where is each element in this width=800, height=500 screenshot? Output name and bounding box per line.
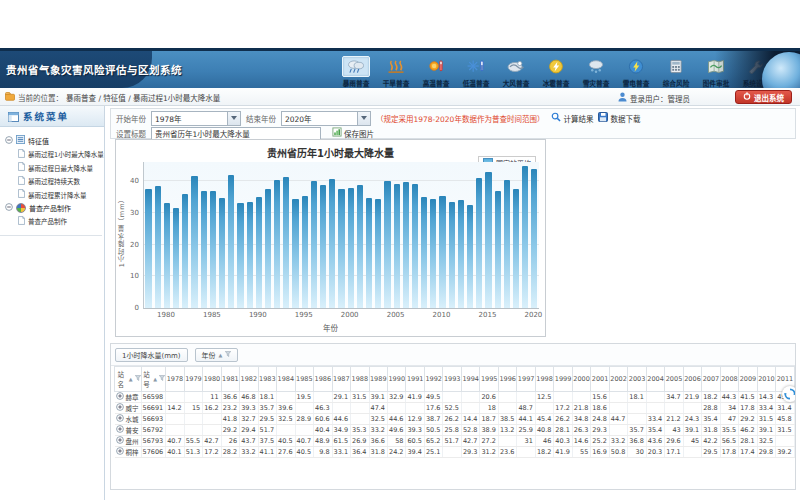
value-cell: 52.8 (461, 425, 479, 436)
station-column-header[interactable]: 站名▲ (115, 367, 142, 392)
expand-row-icon[interactable] (116, 425, 124, 435)
value-cell: 40.7 (295, 436, 313, 447)
nav-item-heat[interactable]: 高温普查 (416, 56, 456, 88)
value-cell: 26.9 (351, 436, 369, 447)
nav-item-label: 低温普查 (463, 78, 490, 88)
bar-1996 (311, 181, 317, 308)
save-image-button[interactable]: 保存图片 (332, 127, 374, 139)
bar-2017 (504, 180, 510, 308)
sidebar-item[interactable]: 普查产品制作 (18, 216, 102, 227)
value-cell (609, 392, 627, 403)
nav-item-rainstorm[interactable]: 暴雨普查 (336, 56, 376, 88)
sidebar-item[interactable]: 暴雨过程1小时最大降水量 (18, 149, 102, 160)
value-cell (461, 403, 479, 414)
plot-area (143, 162, 539, 309)
sidebar-group-1[interactable]: 普查产品制作 (5, 203, 102, 213)
value-cell: 35.7 (258, 403, 276, 414)
measure-chip[interactable]: 1小时降水量(mm) (115, 348, 188, 362)
bar-1994 (292, 199, 298, 308)
expand-row-icon[interactable] (116, 414, 124, 424)
location-folder-icon (5, 92, 15, 103)
sidebar-item[interactable]: 暴雨过程持续天数 (18, 176, 102, 187)
column-header-label: 站名 (115, 369, 127, 389)
nav-item-hail[interactable]: 冰雹普查 (536, 56, 576, 88)
start-year-select[interactable]: 1978年 (151, 111, 241, 126)
sidebar-title: 系统菜单 (23, 109, 69, 123)
chevron-down-icon (227, 112, 240, 125)
value-cell: 35.4 (702, 414, 720, 425)
value-cell: 47 (720, 414, 738, 425)
sidebar-divider (0, 235, 102, 236)
nav-item-risk[interactable]: 综合风险 (656, 56, 696, 88)
calc-result-button[interactable]: 计算结果 (551, 112, 593, 124)
year-column-header: 1993 (443, 367, 461, 392)
bar-2018 (513, 189, 519, 308)
value-cell: 17.4 (739, 447, 757, 458)
value-cell: 36.8 (628, 436, 646, 447)
value-cell: 33.1 (332, 447, 350, 458)
station-id-cell: 56693 (141, 414, 166, 425)
doc-icon (18, 176, 25, 187)
nav-item-wind[interactable]: 大风普查 (496, 56, 536, 88)
value-cell (535, 403, 553, 414)
collapse-icon[interactable] (5, 136, 13, 146)
station-name: 赫章 (126, 392, 139, 402)
expand-row-icon[interactable] (116, 447, 124, 457)
sidebar-item[interactable]: 暴雨过程累计降水量 (18, 189, 102, 200)
breadcrumb-label: 当前的位置： (18, 92, 63, 103)
year-column-header: 1986 (314, 367, 332, 392)
nav-item-lightning[interactable]: 雷电普查 (616, 56, 656, 88)
nav-item-label: 干旱普查 (383, 78, 410, 88)
expand-row-icon[interactable] (116, 403, 124, 413)
year-column-header: 2003 (628, 367, 646, 392)
value-cell: 41.1 (258, 447, 276, 458)
collapse-icon[interactable] (5, 203, 13, 213)
value-cell (184, 425, 202, 436)
expand-row-icon[interactable] (116, 436, 124, 446)
bar-2011 (449, 202, 455, 308)
value-cell: 29.1 (332, 392, 350, 403)
year-column-header: 1982 (240, 367, 258, 392)
nav-item-drought[interactable]: 干旱普查 (376, 56, 416, 88)
year-group-chip[interactable]: 年份 ▲ (195, 348, 239, 362)
filter-funnel-icon (159, 375, 165, 383)
value-cell: 25.1 (424, 447, 442, 458)
expand-row-icon[interactable] (116, 392, 124, 402)
value-cell: 29.6 (665, 436, 683, 447)
data-download-button[interactable]: 数据下载 (598, 112, 640, 124)
value-cell: 9.8 (314, 447, 332, 458)
sidebar-item[interactable]: 暴雨过程日最大降水量 (18, 162, 102, 173)
bar-2009 (430, 199, 436, 308)
breadcrumb-links[interactable]: 暴雨普查 / 特征值 / 暴雨过程1小时最大降水量 (66, 92, 220, 103)
year-column-header: 1984 (277, 367, 295, 392)
y-tick-label: 0 (118, 304, 139, 312)
sidebar-group-0[interactable]: 特征值 (5, 135, 102, 146)
bar-2020 (531, 169, 537, 308)
value-cell: 41.5 (739, 392, 757, 403)
nav-item-cold[interactable]: 低温普查 (456, 56, 496, 88)
value-cell: 37.5 (258, 436, 276, 447)
value-cell: 21.9 (683, 392, 701, 403)
value-cell (572, 392, 590, 403)
value-cell: 40.5 (277, 436, 295, 447)
value-cell: 14.2 (166, 403, 184, 414)
value-cell: 29.3 (794, 447, 796, 458)
value-cell: 17.1 (665, 447, 683, 458)
sidebar-item-label: 普查产品制作 (28, 216, 67, 226)
x-axis-label: 年份 (116, 322, 545, 333)
nav-item-snow[interactable]: 雪灾普查 (576, 56, 616, 88)
station-id-column-header[interactable]: 站号▲ (141, 367, 166, 392)
year-column-header: 2002 (609, 367, 627, 392)
value-cell (609, 403, 627, 414)
chart-title-input[interactable] (151, 127, 321, 140)
value-cell: 30 (628, 447, 646, 458)
value-cell (498, 436, 516, 447)
end-year-select[interactable]: 2020年 (281, 111, 371, 126)
value-cell: 33.2 (240, 447, 258, 458)
logout-button[interactable]: 退出系统 (735, 90, 792, 104)
station-id-cell: 56598 (141, 392, 166, 403)
value-cell: 13.2 (498, 425, 516, 436)
value-cell (683, 403, 701, 414)
bar-2019 (522, 166, 528, 308)
table-row: 桐梓5760640.151.317.228.233.241.127.640.59… (115, 447, 797, 458)
